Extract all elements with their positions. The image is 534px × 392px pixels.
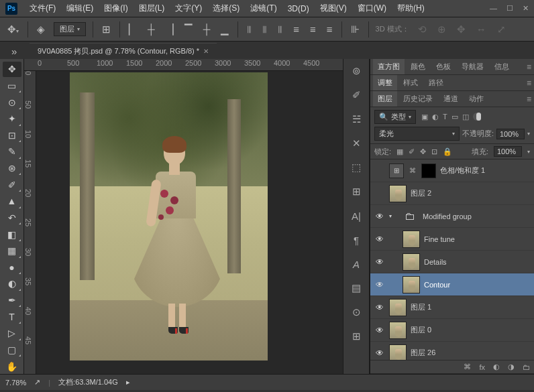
new-group-icon[interactable]: 🗀 — [523, 363, 530, 371]
layer-comps-icon[interactable]: ▤ — [348, 280, 364, 296]
align-hcenter-icon[interactable]: ┼ — [146, 21, 157, 37]
dodge-tool[interactable]: ◐ — [3, 276, 21, 291]
fill-input[interactable]: 100% — [494, 146, 522, 157]
panel-icon-1[interactable]: ⊚ — [348, 63, 364, 79]
menu-file[interactable]: 文件(F) — [24, 0, 61, 17]
pen-tool[interactable]: ✒ — [3, 293, 21, 308]
lasso-tool[interactable]: ⊙ — [3, 94, 21, 110]
healing-brush-tool[interactable]: ⊛ — [3, 161, 21, 176]
paragraph-panel-icon[interactable]: ¶ — [348, 232, 364, 248]
layer-thumb[interactable] — [403, 253, 420, 271]
horizontal-ruler[interactable]: 050010001500200025003000350040004500 — [24, 59, 343, 71]
tab-histogram[interactable]: 直方图 — [373, 59, 405, 74]
marquee-tool[interactable]: ▭ — [3, 78, 21, 94]
brush-presets-icon[interactable]: ☵ — [348, 111, 364, 127]
document-tab[interactable]: 9V0A0885 拷贝.psd @ 7.78% (Contour, RGB/8)… — [30, 43, 217, 59]
transform-controls-icon[interactable]: ⊞ — [100, 21, 113, 38]
blur-tool[interactable]: ● — [3, 260, 21, 275]
character-panel-icon[interactable]: A| — [348, 208, 364, 224]
3d-scale-icon[interactable]: ⤢ — [495, 21, 508, 38]
layer-mask-icon[interactable]: ◐ — [493, 363, 500, 371]
brushes-icon[interactable]: ✕ — [348, 135, 364, 151]
window-close[interactable]: ✕ — [523, 4, 529, 13]
filter-type-icon[interactable]: T — [443, 113, 447, 121]
rectangle-tool[interactable]: ▢ — [3, 342, 21, 358]
document-canvas[interactable] — [70, 72, 268, 361]
filter-pixel-icon[interactable]: ▣ — [421, 113, 428, 121]
tab-history[interactable]: 历史记录 — [398, 91, 437, 107]
glyphs-panel-icon[interactable]: A — [348, 256, 364, 272]
layer-name[interactable]: 图层 2 — [411, 188, 530, 198]
distribute-1-icon[interactable]: ⫴ — [245, 21, 254, 38]
tab-color[interactable]: 颜色 — [406, 59, 430, 74]
3d-orbit-icon[interactable]: ⟲ — [416, 21, 429, 38]
layer-thumb[interactable] — [389, 185, 407, 202]
visibility-toggle[interactable]: 👁 — [374, 303, 385, 312]
layer-thumb[interactable] — [389, 344, 407, 361]
layer-row[interactable]: 图层 2 — [370, 182, 534, 205]
tab-info[interactable]: 信息 — [490, 59, 514, 74]
menu-window[interactable]: 窗口(W) — [352, 0, 392, 17]
libraries-icon[interactable]: ⊞ — [348, 184, 364, 200]
align-right-icon[interactable]: ▕ — [164, 21, 176, 38]
link-layers-icon[interactable]: ⌘ — [464, 363, 471, 371]
3d-pan-icon[interactable]: ✥ — [455, 21, 468, 38]
expand-toggle[interactable]: ▾ — [389, 213, 397, 219]
layer-thumb[interactable] — [403, 231, 420, 248]
history-brush-tool[interactable]: ↶ — [3, 210, 21, 226]
distribute-2-icon[interactable]: ⫴ — [260, 21, 269, 38]
layer-row[interactable]: 👁 图层 1 — [370, 296, 534, 319]
layer-row[interactable]: 👁 Details — [370, 251, 534, 273]
window-maximize[interactable]: ☐ — [506, 4, 513, 13]
magic-wand-tool[interactable]: ✦ — [3, 111, 21, 127]
opacity-input[interactable]: 100% — [496, 129, 525, 139]
measurement-log-icon[interactable]: ⊞ — [348, 328, 364, 344]
layer-row[interactable]: 👁 Fine tune — [370, 228, 534, 251]
distribute-5-icon[interactable]: ≡ — [308, 21, 318, 37]
align-vcenter-icon[interactable]: ┼ — [201, 21, 213, 37]
crop-tool[interactable]: ⊡ — [3, 128, 21, 143]
visibility-toggle[interactable]: 👁 — [374, 348, 385, 358]
window-minimize[interactable]: — — [490, 4, 497, 13]
close-tab-icon[interactable]: ✕ — [203, 48, 209, 55]
menu-3d[interactable]: 3D(D) — [282, 1, 315, 16]
distribute-spacing-icon[interactable]: ⊪ — [349, 21, 362, 38]
filter-smart-icon[interactable]: ◫ — [462, 113, 469, 121]
layer-name[interactable]: Fine tune — [424, 235, 530, 243]
type-tool[interactable]: T — [3, 309, 21, 324]
visibility-toggle[interactable]: 👁 — [374, 326, 385, 335]
lock-position-icon[interactable]: ✥ — [420, 147, 426, 156]
tab-adjustments[interactable]: 调整 — [373, 75, 397, 90]
filter-shape-icon[interactable]: ▭ — [451, 113, 458, 121]
brush-tool[interactable]: ✐ — [3, 177, 21, 192]
cc-libraries-icon[interactable]: ⊙ — [348, 304, 364, 320]
menu-layer[interactable]: 图层(L) — [134, 0, 170, 17]
path-selection-tool[interactable]: ▷ — [3, 326, 21, 341]
menu-filter[interactable]: 滤镜(T) — [245, 0, 282, 17]
tab-styles[interactable]: 样式 — [398, 75, 423, 90]
lock-all-icon[interactable]: 🔒 — [443, 147, 452, 156]
align-bottom-icon[interactable]: ▁ — [219, 21, 231, 38]
3d-slide-icon[interactable]: ↔ — [474, 21, 488, 37]
menu-edit[interactable]: 编辑(E) — [61, 0, 99, 17]
tab-navigator[interactable]: 导航器 — [457, 59, 488, 74]
layer-name[interactable]: Contour — [424, 281, 530, 289]
layer-name[interactable]: 图层 1 — [411, 302, 530, 312]
eraser-tool[interactable]: ◧ — [3, 226, 21, 242]
layer-filter-kind[interactable]: 🔍 类型▾ — [374, 110, 416, 124]
menu-type[interactable]: 文字(Y) — [170, 0, 207, 17]
tab-chevrons-icon[interactable]: » — [9, 44, 19, 59]
visibility-toggle[interactable]: 👁 — [374, 212, 385, 221]
align-left-icon[interactable]: ▏ — [127, 21, 139, 38]
tab-channels[interactable]: 通道 — [439, 91, 463, 107]
clone-stamp-tool[interactable]: ▲ — [3, 194, 21, 209]
blend-mode-dropdown[interactable]: 柔光▾ — [374, 127, 460, 141]
menu-select[interactable]: 选择(S) — [207, 0, 245, 17]
tab-layers[interactable]: 图层 — [373, 91, 397, 107]
layer-row[interactable]: 👁 图层 26 — [370, 342, 534, 360]
layer-name[interactable]: Details — [424, 258, 530, 266]
panel-menu-icon[interactable]: ≡ — [527, 78, 531, 88]
layer-thumb[interactable] — [403, 276, 420, 293]
menu-help[interactable]: 帮助(H) — [392, 0, 430, 17]
lock-image-icon[interactable]: ✐ — [409, 147, 415, 156]
